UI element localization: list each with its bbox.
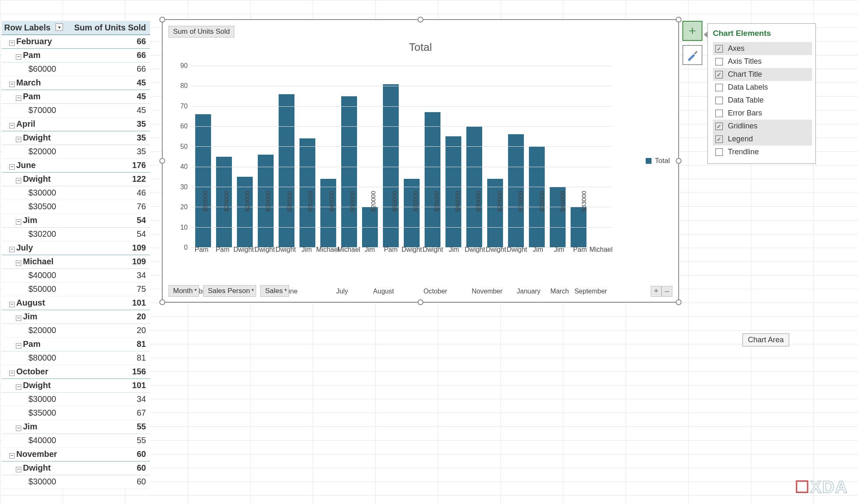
pivot-row[interactable]: $2000020 xyxy=(2,323,150,337)
field-button-month[interactable]: Month xyxy=(169,285,199,297)
collapse-icon[interactable]: – xyxy=(16,261,21,266)
pivot-label[interactable]: –April xyxy=(2,117,65,131)
resize-handle[interactable] xyxy=(418,17,423,23)
chart-bar[interactable] xyxy=(404,179,420,247)
pivot-label[interactable]: $30500 xyxy=(2,200,65,213)
resize-handle[interactable] xyxy=(159,158,165,164)
pivot-row[interactable]: $3000046 xyxy=(2,186,150,200)
chart-bar[interactable] xyxy=(279,94,294,247)
pivot-label[interactable]: –March xyxy=(2,76,65,90)
pivot-label[interactable]: –Dwight xyxy=(2,461,65,475)
pivot-row[interactable]: –Pam66 xyxy=(2,48,150,62)
collapse-icon[interactable]: – xyxy=(16,178,21,183)
pivot-label[interactable]: –October xyxy=(2,365,65,379)
chart-styles-button[interactable] xyxy=(682,45,702,65)
checkbox-icon[interactable] xyxy=(715,148,723,156)
resize-handle[interactable] xyxy=(676,299,682,305)
chart-element-option-legend[interactable]: ✓Legend xyxy=(713,133,812,145)
pivot-label[interactable]: $40000 xyxy=(2,434,65,447)
chart-element-option-trendline[interactable]: Trendline xyxy=(713,145,812,158)
pivot-row[interactable]: $3050076 xyxy=(2,200,150,213)
pivot-row[interactable]: $3000034 xyxy=(2,392,150,406)
pivot-label[interactable]: –July xyxy=(2,241,65,255)
chart-element-option-gridlines[interactable]: ✓Gridlines xyxy=(713,120,812,133)
checkbox-icon[interactable]: ✓ xyxy=(715,123,723,130)
collapse-icon[interactable]: – xyxy=(9,40,15,46)
chart-bar[interactable] xyxy=(237,177,253,247)
pivot-row[interactable]: –Dwight122 xyxy=(2,172,150,186)
chart-title[interactable]: Total xyxy=(163,41,678,54)
collapse-icon[interactable]: – xyxy=(9,453,15,459)
pivot-label[interactable]: $20000 xyxy=(2,145,65,158)
pivot-row[interactable]: $4000034 xyxy=(2,268,150,282)
checkbox-icon[interactable]: ✓ xyxy=(715,45,723,53)
pivot-header-rowlabels[interactable]: Row Labels ▾ xyxy=(2,21,65,35)
pivot-row[interactable]: –Dwight35 xyxy=(2,131,150,145)
field-button-sales[interactable]: Sales xyxy=(260,285,289,297)
chart-bar[interactable] xyxy=(383,84,399,248)
collapse-icon[interactable]: – xyxy=(9,302,15,307)
checkbox-icon[interactable] xyxy=(715,58,723,65)
pivot-row[interactable]: $2000035 xyxy=(2,145,150,158)
pivot-row[interactable]: –Pam81 xyxy=(2,337,150,351)
pivot-chart[interactable]: Sum of Units Sold Total 0102030405060708… xyxy=(162,19,679,303)
chart-bar[interactable] xyxy=(320,179,336,247)
pivot-row[interactable]: $3000060 xyxy=(2,475,150,489)
expand-button[interactable]: + xyxy=(651,286,662,297)
collapse-icon[interactable]: – xyxy=(9,123,15,128)
pivot-label[interactable]: –November xyxy=(2,447,65,461)
chart-element-option-data-table[interactable]: Data Table xyxy=(713,94,812,107)
collapse-icon[interactable]: – xyxy=(9,164,15,170)
pivot-label[interactable]: $30200 xyxy=(2,227,65,241)
resize-handle[interactable] xyxy=(418,299,423,305)
pivot-row[interactable]: –Jim20 xyxy=(2,310,150,323)
pivot-row[interactable]: –Dwight101 xyxy=(2,379,150,392)
pivot-label[interactable]: –Jim xyxy=(2,213,65,227)
pivot-row[interactable]: –Jim54 xyxy=(2,213,150,227)
pivot-row[interactable]: $3500067 xyxy=(2,406,150,420)
chart-bar[interactable] xyxy=(487,179,503,247)
pivot-row[interactable]: –August101 xyxy=(2,296,150,310)
pivot-row[interactable]: –October156 xyxy=(2,365,150,379)
resize-handle[interactable] xyxy=(159,299,165,305)
pivot-table[interactable]: Row Labels ▾ Sum of Units Sold –February… xyxy=(2,21,150,489)
collapse-icon[interactable]: – xyxy=(16,54,21,60)
pivot-label[interactable]: $35000 xyxy=(2,406,65,420)
collapse-icon[interactable]: – xyxy=(16,219,21,225)
collapse-button[interactable]: – xyxy=(662,286,672,297)
pivot-row[interactable]: –November60 xyxy=(2,447,150,461)
collapse-icon[interactable]: – xyxy=(16,137,21,142)
pivot-label[interactable]: –Jim xyxy=(2,420,65,434)
field-button-sales-person[interactable]: Sales Person xyxy=(203,285,256,297)
chart-value-field-tag[interactable]: Sum of Units Sold xyxy=(169,26,234,38)
collapse-icon[interactable]: – xyxy=(16,384,21,390)
pivot-label[interactable]: $30000 xyxy=(2,392,65,406)
resize-handle[interactable] xyxy=(676,158,682,164)
collapse-icon[interactable]: – xyxy=(16,467,21,472)
pivot-label[interactable]: –Pam xyxy=(2,337,65,351)
pivot-label[interactable]: –Jim xyxy=(2,310,65,323)
pivot-row[interactable]: $8000081 xyxy=(2,351,150,365)
chart-elements-flyout[interactable]: Chart Elements ✓AxesAxis Titles✓Chart Ti… xyxy=(707,23,816,164)
collapse-icon[interactable]: – xyxy=(9,371,15,376)
pivot-label[interactable]: $30000 xyxy=(2,186,65,200)
pivot-label[interactable]: –Pam xyxy=(2,90,65,103)
collapse-icon[interactable]: – xyxy=(16,426,21,431)
pivot-label[interactable]: –Dwight xyxy=(2,172,65,186)
checkbox-icon[interactable] xyxy=(715,110,723,117)
pivot-row[interactable]: –Dwight60 xyxy=(2,461,150,475)
pivot-row[interactable]: –Michael109 xyxy=(2,255,150,268)
pivot-label[interactable]: $70000 xyxy=(2,103,65,117)
chart-element-option-axes[interactable]: ✓Axes xyxy=(713,42,812,55)
checkbox-icon[interactable]: ✓ xyxy=(715,135,723,143)
pivot-row[interactable]: $6000066 xyxy=(2,62,150,76)
checkbox-icon[interactable] xyxy=(715,84,723,91)
collapse-icon[interactable]: – xyxy=(9,247,15,252)
collapse-icon[interactable]: – xyxy=(16,316,21,321)
pivot-label[interactable]: $80000 xyxy=(2,351,65,365)
pivot-row[interactable]: $3020054 xyxy=(2,227,150,241)
plot-area[interactable]: 0102030405060708090 xyxy=(171,66,611,248)
collapse-icon[interactable]: – xyxy=(16,343,21,349)
pivot-label[interactable]: –Dwight xyxy=(2,379,65,392)
chart-element-option-axis-titles[interactable]: Axis Titles xyxy=(713,55,812,68)
